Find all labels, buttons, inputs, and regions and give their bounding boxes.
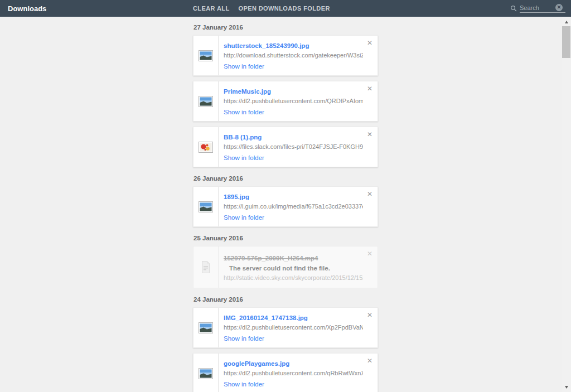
download-filename-link[interactable]: 1895.jpg	[224, 193, 249, 201]
download-group: 26 January 20161895.jpghttps://i.guim.co…	[193, 175, 378, 227]
show-in-folder-link[interactable]: Show in folder	[224, 214, 264, 221]
download-source-url: https://dl2.pushbulletusercontent.com/Xp…	[224, 324, 363, 331]
image-file-icon	[193, 81, 219, 121]
show-in-folder-link[interactable]: Show in folder	[224, 109, 264, 116]
download-source-url: https://dl2.pushbulletusercontent.com/qR…	[224, 370, 363, 377]
download-item-details: shutterstock_185243990.jpghttp://downloa…	[219, 36, 378, 75]
scroll-down-arrow[interactable]	[562, 383, 571, 391]
download-item-details: 152979-576p_2000K_H264.mp4The server cou…	[219, 246, 378, 288]
download-error-text: The server could not find the file.	[229, 265, 330, 272]
image-file-icon	[193, 36, 219, 75]
image-file-icon	[193, 354, 219, 392]
search-box: ✕	[520, 4, 565, 13]
download-filename-link[interactable]: shutterstock_185243990.jpg	[224, 42, 309, 50]
download-source-url: http://static.video.sky.com/skycorporate…	[224, 274, 363, 282]
search-icon	[510, 5, 517, 12]
search-input[interactable]	[520, 4, 555, 11]
open-downloads-folder-button[interactable]: OPEN DOWNLOADS FOLDER	[239, 5, 330, 12]
scroll-up-arrow[interactable]	[562, 18, 571, 26]
image-thumbnail-icon	[193, 127, 219, 167]
close-icon[interactable]: ✕	[367, 131, 372, 138]
close-icon[interactable]: ✕	[367, 85, 372, 92]
close-icon[interactable]: ✕	[367, 312, 372, 318]
show-in-folder-link[interactable]: Show in folder	[224, 63, 264, 70]
close-icon[interactable]: ✕	[367, 250, 372, 257]
generic-file-icon	[193, 246, 219, 288]
download-item: googlePlaygames.jpghttps://dl2.pushbulle…	[193, 353, 378, 392]
download-filename-link: 152979-576p_2000K_H264.mp4	[224, 254, 318, 262]
downloads-list: 27 January 2016shutterstock_185243990.jp…	[193, 23, 378, 392]
show-in-folder-link[interactable]: Show in folder	[224, 335, 264, 342]
download-source-url: https://i.guim.co.uk/img/media/f675a1c3c…	[224, 203, 363, 210]
date-header: 24 January 2016	[193, 296, 378, 303]
close-icon[interactable]: ✕	[367, 40, 372, 46]
download-source-url: http://download.shutterstock.com/gatekee…	[224, 52, 363, 59]
toolbar-actions: CLEAR ALL OPEN DOWNLOADS FOLDER	[193, 0, 330, 17]
download-item: 1895.jpghttps://i.guim.co.uk/img/media/f…	[193, 186, 378, 227]
date-header: 25 January 2016	[193, 234, 378, 242]
download-filename-link[interactable]: BB-8 (1).png	[224, 133, 262, 141]
download-item: BB-8 (1).pnghttps://files.slack.com/file…	[193, 127, 378, 167]
close-icon[interactable]: ✕	[367, 357, 372, 364]
download-source-url: https://dl2.pushbulletusercontent.com/QR…	[224, 98, 363, 105]
download-item: 152979-576p_2000K_H264.mp4The server cou…	[193, 246, 378, 288]
image-file-icon	[193, 187, 219, 226]
download-item-details: googlePlaygames.jpghttps://dl2.pushbulle…	[219, 354, 378, 392]
download-item-details: PrimeMusic.jpghttps://dl2.pushbulletuser…	[219, 81, 378, 121]
downloads-toolbar: Downloads CLEAR ALL OPEN DOWNLOADS FOLDE…	[0, 0, 571, 17]
scrollbar-thumb[interactable]	[562, 26, 570, 58]
download-item-details: BB-8 (1).pnghttps://files.slack.com/file…	[219, 127, 378, 167]
date-header: 26 January 2016	[193, 175, 378, 182]
close-icon[interactable]: ✕	[367, 191, 372, 197]
download-item-details: IMG_20160124_1747138.jpghttps://dl2.push…	[219, 308, 378, 347]
download-item-details: 1895.jpghttps://i.guim.co.uk/img/media/f…	[219, 187, 378, 226]
download-item: PrimeMusic.jpghttps://dl2.pushbulletuser…	[193, 81, 378, 122]
page-title: Downloads	[8, 4, 46, 13]
clear-search-icon[interactable]: ✕	[555, 4, 563, 11]
download-item: shutterstock_185243990.jpghttp://downloa…	[193, 35, 378, 76]
scrollbar[interactable]	[562, 17, 571, 392]
date-header: 27 January 2016	[193, 23, 378, 31]
download-group: 25 January 2016152979-576p_2000K_H264.mp…	[193, 234, 378, 288]
download-filename-link[interactable]: IMG_20160124_1747138.jpg	[224, 314, 308, 322]
clear-all-button[interactable]: CLEAR ALL	[193, 5, 230, 12]
download-group: 27 January 2016shutterstock_185243990.jp…	[193, 23, 378, 167]
downloads-content: 27 January 2016shutterstock_185243990.jp…	[0, 17, 571, 392]
download-filename-link[interactable]: PrimeMusic.jpg	[224, 88, 271, 95]
show-in-folder-link[interactable]: Show in folder	[224, 154, 264, 162]
download-source-url: https://files.slack.com/files-pri/T024FJ…	[224, 143, 363, 151]
download-filename-link[interactable]: googlePlaygames.jpg	[224, 360, 289, 367]
search-area: ✕	[510, 4, 565, 13]
image-file-icon	[193, 308, 219, 347]
download-group: 24 January 2016IMG_20160124_1747138.jpgh…	[193, 296, 378, 392]
download-item: IMG_20160124_1747138.jpghttps://dl2.push…	[193, 307, 378, 348]
show-in-folder-link[interactable]: Show in folder	[224, 381, 264, 388]
